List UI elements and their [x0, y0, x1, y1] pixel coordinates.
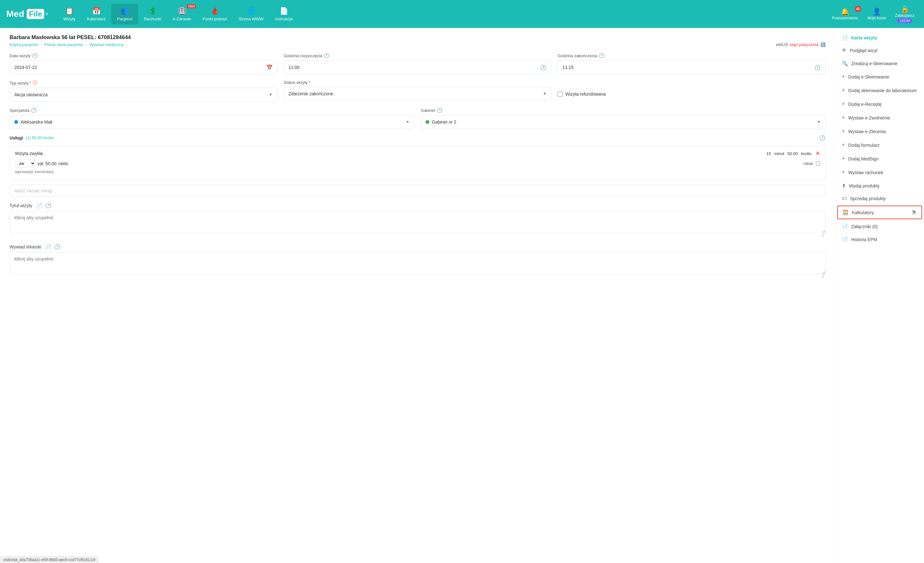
visit-date-input[interactable]: 2024-07-22 📅	[9, 60, 278, 74]
dodaj-eskierowanie-plus-icon: +	[842, 74, 845, 80]
refunded-checkbox-label[interactable]: Wizyta refundowana	[558, 92, 825, 97]
wywiad-label: Wywiad lekarski	[9, 244, 41, 249]
office-group: Gabinet 🕐 Gabinet nr 2 ▼	[421, 107, 825, 129]
visit-title-label: Tytuł wizyty	[9, 203, 32, 208]
wywiad-section: Wywiad lekarski 📄 🕐 //	[9, 244, 825, 279]
vat-select[interactable]: zw 5% 8% 23%	[15, 159, 36, 167]
office-dropdown[interactable]: Gabinet nr 2 ▼	[421, 115, 825, 129]
sidebar-item-wystaw-rachunek[interactable]: + Wystaw rachunek	[836, 165, 924, 179]
bell-icon: 🔔	[841, 8, 849, 16]
specialist-clock-icon: 🕐	[31, 107, 37, 113]
nav-kalendarz-label: Kalendarz	[87, 17, 106, 21]
sidebar-item-kalkulatory[interactable]: 🧮 Kalkulatory 🖱	[837, 206, 922, 219]
end-clock-icon: 🕐	[814, 65, 821, 71]
sidebar: 📄 Karta wizyty 👁 Podgląd wizyt 🔍 Zrealiz…	[835, 28, 924, 563]
service-netto: 50.00	[45, 161, 57, 166]
sidebar-item-historia-epm[interactable]: 📄 Historia EPM	[836, 233, 924, 246]
visit-title-section: Tytuł wizyty 📄 🕐 //	[9, 203, 825, 238]
service-comment-input[interactable]	[15, 167, 820, 176]
services-section: Usługi (1) 50.00 brutto 🕐 Wizyta zwykła …	[9, 135, 825, 197]
nav-punkt-pobran[interactable]: 🩸 Punkt pobrań	[196, 4, 232, 24]
nav-kalendarz[interactable]: 📅 Kalendarz	[81, 4, 111, 24]
my-account-button[interactable]: 👤 Moje konto	[864, 6, 890, 22]
sidebar-dodaj-formularz-label: Dodaj formularz	[848, 143, 880, 148]
nav-ezdrowie[interactable]: 🏥 e-Zdrowie NEW	[167, 4, 197, 24]
sidebar-item-podglad-wizyt[interactable]: 👁 Podgląd wizyt	[836, 44, 924, 57]
end-time-clock-icon: 🕐	[598, 53, 604, 59]
edit-patient-link[interactable]: Edytuj pacjenta	[9, 42, 38, 47]
pacjenci-icon: 👥	[120, 7, 129, 15]
rabat-label: rabat	[803, 161, 813, 166]
sidebar-podglad-label: Podgląd wizyt	[850, 48, 877, 53]
start-time-input[interactable]: 11:00 🕐	[284, 60, 552, 74]
rachunki-icon: 💲	[148, 7, 157, 15]
medical-history-link[interactable]: Wywiad medyczny	[90, 42, 124, 47]
visit-status-group: Status wizyty * Zdarzenie zakończone. ▼	[284, 80, 552, 102]
nav-wizyty[interactable]: 📋 Wizyty	[57, 4, 81, 24]
dodaj-recepte-plus-icon: +	[842, 101, 845, 107]
sidebar-item-wystaw-ezlecenia[interactable]: + Wystaw e-Zlecenia	[836, 125, 924, 138]
sidebar-item-dodaj-formularz[interactable]: + Dodaj formularz	[836, 138, 924, 152]
visit-status-value: Zdarzenie zakończone.	[288, 91, 334, 96]
show-patient-link[interactable]: Pokaż dane pacjenta	[45, 42, 83, 47]
logo[interactable]: Med File ®	[6, 9, 48, 19]
sidebar-zalaczniki-label: Załączniki (0)	[851, 224, 878, 229]
visit-title-textarea[interactable]	[9, 211, 825, 233]
nav-strona-www[interactable]: 🌐 Strona WWW	[233, 4, 270, 24]
sprzedaj-icon: 🏷	[842, 196, 847, 201]
logo-file: File	[27, 9, 44, 19]
sidebar-zrealizuj-label: Zrealizuj e-Skierowanie	[851, 61, 898, 66]
start-time-group: Godzina rozpoczęcia 🕐 11:00 🕐	[284, 53, 552, 74]
service-search-input[interactable]: wpisz nazwę usługi	[9, 185, 825, 197]
visit-status-dropdown[interactable]: Zdarzenie zakończone. ▼	[284, 87, 552, 101]
start-time-value: 11:00	[288, 65, 300, 70]
patient-links: Edytuj pacjenta - Pokaż dane pacjenta - …	[9, 42, 825, 47]
nav-instrukcje[interactable]: 📄 Instrukcje	[270, 4, 298, 24]
sidebar-wystaw-ezwolnienie-label: Wystaw e-Zwolnienie	[848, 115, 890, 120]
ewus-error: błąd połączenia	[790, 42, 819, 47]
strona-www-icon: 🌐	[247, 7, 255, 15]
sidebar-item-zalaczniki[interactable]: 📄 Załączniki (0)	[836, 220, 924, 233]
nav-pacjenci-label: Pacjenci	[117, 17, 132, 21]
sidebar-item-wydaj-produkty[interactable]: ⬆ Wydaj produkty	[836, 179, 924, 192]
type-info-icon[interactable]: ⓘ	[33, 80, 37, 86]
account-label: Moje konto	[867, 16, 886, 20]
service-remove-button[interactable]: ✕	[815, 150, 820, 157]
sidebar-item-dodaj-eskierowanie[interactable]: + Dodaj e-Skierowanie	[836, 70, 924, 84]
wywiad-textarea[interactable]	[9, 252, 825, 275]
content-area: Barbara Masłowska 56 lat PESEL: 67081284…	[0, 28, 835, 563]
sidebar-item-karta-wizyty[interactable]: 📄 Karta wizyty	[836, 31, 924, 44]
end-time-group: Godzina zakończenia 🕐 11:15 🕐	[558, 53, 825, 74]
sidebar-item-wystaw-ezwolnienie[interactable]: + Wystaw e-Zwolnienie	[836, 111, 924, 125]
visit-title-header: Tytuł wizyty 📄 🕐	[9, 203, 825, 209]
sidebar-item-dodaj-medsign[interactable]: + Dodaj MedSign	[836, 152, 924, 165]
resize-handle: //	[9, 233, 824, 238]
sidebar-item-zrealizuj-eskierowanie[interactable]: 🔍 Zrealizuj e-Skierowanie	[836, 57, 924, 70]
nav-rachunki[interactable]: 💲 Rachunki	[138, 4, 167, 24]
nav-instrukcje-label: Instrukcje	[275, 17, 293, 21]
time-display: 119:44	[897, 18, 912, 23]
notifications-button[interactable]: 45 🔔 Powiadomienia	[828, 6, 862, 22]
new-badge: NEW	[187, 5, 196, 8]
ewus-status: eWUŚ błąd połączenia ℹ️	[776, 42, 825, 47]
visit-type-dropdown[interactable]: Akcja ratownicza ▼	[9, 88, 278, 102]
sidebar-item-sprzedaj-produkty[interactable]: 🏷 Sprzedaj produkty	[836, 192, 924, 205]
nav-pacjenci[interactable]: 👥 Pacjenci	[111, 4, 138, 24]
lock-button[interactable]: 🔒 Zabezpiecz 119:44	[892, 4, 918, 24]
office-label: Gabinet	[421, 108, 435, 113]
end-time-input[interactable]: 11:15 🕐	[558, 60, 825, 74]
karta-wizyty-icon: 📄	[842, 35, 848, 41]
sidebar-item-dodaj-skierowanie-lab[interactable]: + Dodaj skierowanie do laboratorium	[836, 84, 924, 97]
sidebar-dodaj-medsign-label: Dodaj MedSign	[848, 156, 879, 161]
refunded-checkbox[interactable]	[558, 92, 563, 97]
wizyty-icon: 📋	[65, 7, 74, 15]
service-search-placeholder: wpisz nazwę usługi	[14, 188, 52, 193]
header: Med File ® 📋 Wizyty 📅 Kalendarz 👥 Pacjen…	[0, 0, 924, 28]
kalkulatory-icon: 🧮	[842, 209, 849, 215]
rabat-checkbox[interactable]	[816, 161, 820, 165]
sidebar-item-dodaj-ecepte[interactable]: + Dodaj e-Receptę	[836, 97, 924, 111]
dodaj-formularz-plus-icon: +	[842, 142, 845, 149]
specialist-value: Aleksandra Mak	[21, 119, 52, 125]
specialist-dropdown[interactable]: Aleksandra Mak ▼	[9, 115, 414, 129]
ewus-label: eWUŚ	[776, 42, 788, 47]
